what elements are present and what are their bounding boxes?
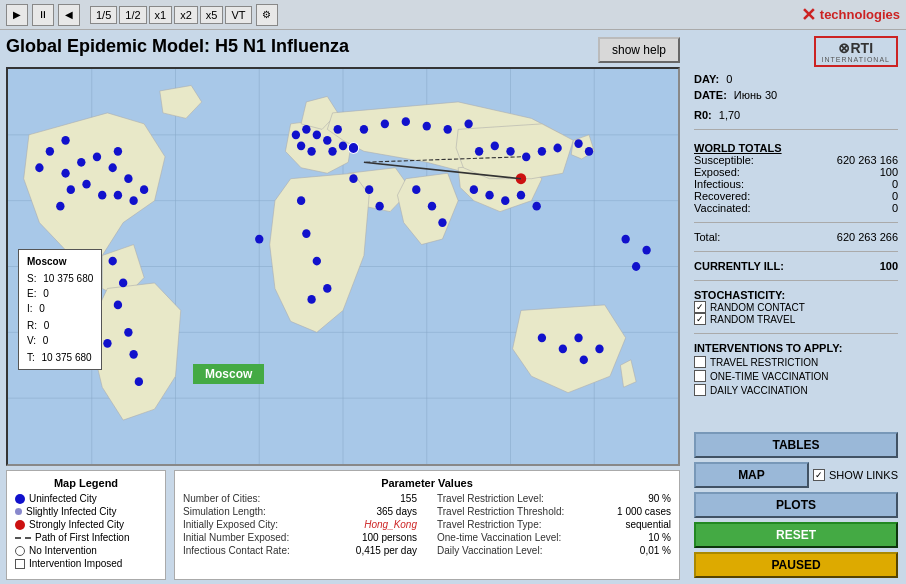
daily-vacc-checkbox[interactable] xyxy=(694,384,706,396)
param-daily-vacc-label: Daily Vaccination Level: xyxy=(437,545,542,556)
city-s-value: 10 375 680 xyxy=(43,273,93,284)
back-button[interactable]: ◀ xyxy=(58,4,80,26)
svg-point-64 xyxy=(485,191,493,200)
params-left: Number of Cities: 155 Simulation Length:… xyxy=(183,493,417,558)
inter-one-time-vacc[interactable]: ONE-TIME VACCINATION xyxy=(694,370,898,382)
svg-point-54 xyxy=(375,202,383,211)
svg-point-39 xyxy=(313,130,321,139)
speed-x2[interactable]: x2 xyxy=(174,6,198,24)
param-sim-value: 365 days xyxy=(376,506,417,517)
random-contact-label: RANDOM CONTACT xyxy=(710,302,805,313)
svg-point-31 xyxy=(119,279,127,288)
speed-1-5[interactable]: 1/5 xyxy=(90,6,117,24)
map-button[interactable]: MAP xyxy=(694,462,809,488)
reset-button[interactable]: RESET xyxy=(694,522,898,548)
city-v-value: 0 xyxy=(43,335,49,346)
map-container[interactable]: Moscow S: 10 375 680 E: 0 I: 0 R: 0 xyxy=(6,67,680,466)
wt-inf-label: Infectious: xyxy=(694,178,744,190)
speed-vt[interactable]: VT xyxy=(225,6,251,24)
param-vacc-label: One-time Vaccination Level: xyxy=(437,532,561,543)
plots-button[interactable]: PLOTS xyxy=(694,492,898,518)
city-t-row: T: 10 375 680 xyxy=(27,350,93,365)
svg-point-74 xyxy=(574,139,582,148)
travel-restriction-checkbox[interactable] xyxy=(694,356,706,368)
inter-title: INTERVENTIONS TO APPLY: xyxy=(694,342,898,354)
world-totals: WORLD TOTALS Susceptible: 620 263 166 Ex… xyxy=(694,142,898,214)
params-grid: Number of Cities: 155 Simulation Length:… xyxy=(183,493,671,558)
svg-point-15 xyxy=(77,158,85,167)
legend-path-line xyxy=(15,537,31,539)
inter-daily-vacc[interactable]: DAILY VACCINATION xyxy=(694,384,898,396)
city-v-label: V: xyxy=(27,335,36,346)
show-help-button[interactable]: show help xyxy=(598,37,680,63)
param-daily-vacc: Daily Vaccination Level: 0,01 % xyxy=(437,545,671,556)
legend-title: Map Legend xyxy=(15,477,157,489)
settings-button[interactable]: ⚙ xyxy=(256,4,278,26)
inter-travel-restriction[interactable]: TRAVEL RESTRICTION xyxy=(694,356,898,368)
svg-point-58 xyxy=(323,284,331,293)
show-links-checkbox[interactable]: ✓ xyxy=(813,469,825,481)
svg-point-55 xyxy=(297,196,305,205)
tables-button[interactable]: TABLES xyxy=(694,432,898,458)
wt-exp-label: Exposed: xyxy=(694,166,740,178)
random-travel-checkbox[interactable]: ✓ xyxy=(694,313,706,325)
svg-point-20 xyxy=(82,180,90,189)
svg-point-42 xyxy=(307,147,315,156)
one-time-vacc-checkbox[interactable] xyxy=(694,370,706,382)
wt-recovered: Recovered: 0 xyxy=(694,190,898,202)
random-contact-checkbox[interactable]: ✓ xyxy=(694,301,706,313)
wt-susc-label: Susceptible: xyxy=(694,154,754,166)
wt-total-value: 620 263 266 xyxy=(837,231,898,243)
svg-point-33 xyxy=(124,328,132,337)
main-content: Global Epidemic Model: H5 N1 Influenza s… xyxy=(0,30,906,584)
city-r-value: 0 xyxy=(44,320,50,331)
r0-value: 1,70 xyxy=(719,109,740,121)
legend-uninfected: Uninfected City xyxy=(15,493,157,504)
speed-1-2[interactable]: 1/2 xyxy=(119,6,146,24)
svg-point-60 xyxy=(412,185,420,194)
divider-1 xyxy=(694,129,898,130)
toolbar-left: ▶ ⏸ ◀ 1/5 1/2 x1 x2 x5 VT ⚙ xyxy=(6,4,278,26)
wt-exposed: Exposed: 100 xyxy=(694,166,898,178)
legend-slightly: Slightly Infected City xyxy=(15,506,157,517)
title-row: Global Epidemic Model: H5 N1 Influenza s… xyxy=(6,36,680,63)
legend-slightly-label: Slightly Infected City xyxy=(26,506,117,517)
one-time-vacc-label: ONE-TIME VACCINATION xyxy=(710,371,829,382)
pause-button[interactable]: ⏸ xyxy=(32,4,54,26)
city-s-row: S: 10 375 680 xyxy=(27,271,93,286)
params-box: Parameter Values Number of Cities: 155 S… xyxy=(174,470,680,580)
bottom-info: Map Legend Uninfected City Slightly Infe… xyxy=(6,470,680,580)
svg-point-45 xyxy=(334,125,342,134)
svg-point-48 xyxy=(402,117,410,126)
speed-x5[interactable]: x5 xyxy=(200,6,224,24)
param-contact-rate: Infectious Contact Rate: 0,415 per day xyxy=(183,545,417,556)
stoch-random-contact[interactable]: ✓ RANDOM CONTACT xyxy=(694,301,898,313)
svg-point-57 xyxy=(313,257,321,266)
show-links-label: SHOW LINKS xyxy=(829,469,898,481)
svg-point-25 xyxy=(140,185,148,194)
param-contact-value: 0,415 per day xyxy=(356,545,417,556)
city-i-label: I: xyxy=(27,303,33,314)
svg-point-73 xyxy=(553,144,561,153)
svg-point-41 xyxy=(328,147,336,156)
city-e-row: E: 0 xyxy=(27,286,93,301)
svg-point-47 xyxy=(381,119,389,128)
wt-rec-label: Recovered: xyxy=(694,190,750,202)
page-title: Global Epidemic Model: H5 N1 Influenza xyxy=(6,36,349,57)
legend-intervention-square xyxy=(15,559,25,569)
play-button[interactable]: ▶ xyxy=(6,4,28,26)
paused-button[interactable]: PAUSED xyxy=(694,552,898,578)
legend-no-intervention-circle xyxy=(15,546,25,556)
wt-vacc-label: Vaccinated: xyxy=(694,202,751,214)
svg-point-37 xyxy=(292,130,300,139)
params-title: Parameter Values xyxy=(183,477,671,489)
svg-point-27 xyxy=(61,136,69,145)
stoch-random-travel[interactable]: ✓ RANDOM TRAVEL xyxy=(694,313,898,325)
speed-x1[interactable]: x1 xyxy=(149,6,173,24)
svg-point-22 xyxy=(114,191,122,200)
svg-point-53 xyxy=(365,185,373,194)
param-vacc-value: 10 % xyxy=(648,532,671,543)
param-contact-label: Infectious Contact Rate: xyxy=(183,545,290,556)
city-t-label: T: xyxy=(27,352,35,363)
legend-path-label: Path of First Infection xyxy=(35,532,130,543)
